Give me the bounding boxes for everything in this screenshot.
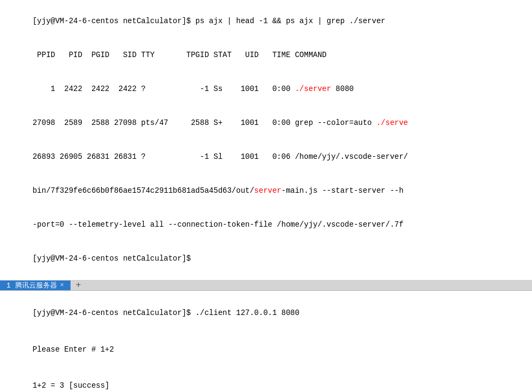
top-line-1-text: [yjy@VM-24-6-centos netCalculator]$ ps a…: [32, 17, 385, 25]
top-line-2: PPID PID PGID SID TTY TPGID STAT UID TIM…: [5, 38, 527, 72]
bottom-line-3-text: 1+2 = 3 [success]: [32, 381, 109, 390]
top-line-4-normal: 27098 2589 2588 27098 pts/47 2588 S+ 100…: [32, 118, 376, 127]
tab-tencent-server[interactable]: 1 腾讯云服务器 ×: [0, 281, 71, 290]
bottom-line-2-text: Please Enter # 1+2: [32, 345, 114, 354]
tab-bar: 1 腾讯云服务器 × +: [0, 281, 532, 291]
terminal-wrapper: [yjy@VM-24-6-centos netCalculator]$ ps a…: [0, 0, 532, 392]
top-line-3-red: ./server: [295, 85, 331, 93]
top-line-2-text: PPID PID PGID SID TTY TPGID STAT UID TIM…: [32, 51, 326, 59]
top-line-6-normal2: -main.js --start-server --h: [282, 186, 404, 195]
tab-close-icon[interactable]: ×: [60, 282, 64, 289]
top-line-6-normal1: bin/7f329fe6c66b0f86ae1574c2911b681ad5a4…: [32, 186, 254, 195]
top-line-7-text: -port=0 --telemetry-level all --connecti…: [32, 220, 403, 229]
bottom-line-2: Please Enter # 1+2: [5, 331, 527, 367]
tab-label: 1 腾讯云服务器: [6, 281, 57, 290]
top-line-1: [yjy@VM-24-6-centos netCalculator]$ ps a…: [5, 4, 527, 38]
top-line-3-normal: 1 2422 2422 2422 ? -1 Ss 1001 0:00: [32, 85, 295, 93]
top-line-4: 27098 2589 2588 27098 pts/47 2588 S+ 100…: [5, 106, 527, 140]
bottom-terminal-panel: [yjy@VM-24-6-centos netCalculator]$ ./cl…: [0, 291, 532, 392]
top-line-5-text: 26893 26905 26831 26831 ? -1 Sl 1001 0:0…: [32, 152, 408, 161]
top-terminal-panel: [yjy@VM-24-6-centos netCalculator]$ ps a…: [0, 0, 532, 281]
top-line-3-normal2: 8080: [331, 85, 354, 93]
bottom-line-1: [yjy@VM-24-6-centos netCalculator]$ ./cl…: [5, 295, 527, 331]
top-line-6: bin/7f329fe6c66b0f86ae1574c2911b681ad5a4…: [5, 174, 527, 208]
bottom-line-3: 1+2 = 3 [success]: [5, 367, 527, 392]
bottom-line-1-text: [yjy@VM-24-6-centos netCalculator]$ ./cl…: [32, 309, 299, 317]
top-line-6-red: server: [254, 186, 281, 195]
top-line-3: 1 2422 2422 2422 ? -1 Ss 1001 0:00 ./ser…: [5, 72, 527, 106]
top-line-4-red: ./serve: [376, 118, 408, 127]
tab-add-button[interactable]: +: [71, 281, 87, 290]
top-line-7: -port=0 --telemetry-level all --connecti…: [5, 208, 527, 242]
top-line-8-text: [yjy@VM-24-6-centos netCalculator]$: [32, 254, 195, 263]
top-line-5: 26893 26905 26831 26831 ? -1 Sl 1001 0:0…: [5, 140, 527, 174]
top-line-8: [yjy@VM-24-6-centos netCalculator]$: [5, 242, 527, 276]
